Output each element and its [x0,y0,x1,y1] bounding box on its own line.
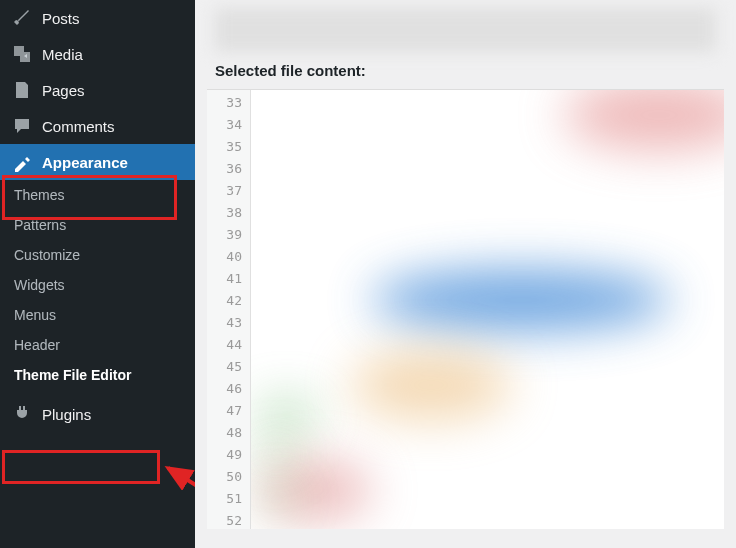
sidebar-item-label: Posts [42,10,80,27]
pages-icon [12,80,32,100]
sidebar-item-label: Comments [42,118,115,135]
selected-file-label: Selected file content: [215,62,716,79]
line-number: 48 [207,422,242,444]
submenu-item-customize[interactable]: Customize [0,240,195,270]
line-number: 47 [207,400,242,422]
blurred-heading [215,8,716,52]
sidebar-item-label: Appearance [42,154,128,171]
sidebar-item-pages[interactable]: Pages [0,72,195,108]
line-number: 42 [207,290,242,312]
line-number: 43 [207,312,242,334]
line-number: 35 [207,136,242,158]
submenu-item-header[interactable]: Header [0,330,195,360]
line-number: 38 [207,202,242,224]
line-number: 44 [207,334,242,356]
sidebar-item-posts[interactable]: Posts [0,0,195,36]
appearance-icon [12,152,32,172]
line-number: 39 [207,224,242,246]
content-area: Selected file content: 33343536373839404… [195,0,736,548]
line-number: 40 [207,246,242,268]
line-number: 46 [207,378,242,400]
sidebar-item-label: Media [42,46,83,63]
line-number: 50 [207,466,242,488]
plugins-icon [12,404,32,424]
sidebar-item-plugins[interactable]: Plugins [0,396,195,432]
admin-sidebar: Posts Media Pages Comments Appearance Th… [0,0,195,548]
sidebar-item-label: Pages [42,82,85,99]
line-number: 49 [207,444,242,466]
media-icon [12,44,32,64]
line-number: 36 [207,158,242,180]
line-number: 52 [207,510,242,532]
code-editor[interactable]: 3334353637383940414243444546474849505152 [207,89,724,529]
sidebar-item-appearance[interactable]: Appearance [0,144,195,180]
code-content-blurred[interactable] [251,90,724,529]
sidebar-item-media[interactable]: Media [0,36,195,72]
line-number-gutter: 3334353637383940414243444546474849505152 [207,90,251,529]
submenu-item-patterns[interactable]: Patterns [0,210,195,240]
line-number: 41 [207,268,242,290]
line-number: 37 [207,180,242,202]
submenu-item-themes[interactable]: Themes [0,180,195,210]
comments-icon [12,116,32,136]
sidebar-item-comments[interactable]: Comments [0,108,195,144]
line-number: 34 [207,114,242,136]
pushpin-icon [12,8,32,28]
sidebar-item-label: Plugins [42,406,91,423]
submenu-item-widgets[interactable]: Widgets [0,270,195,300]
submenu-item-theme-file-editor[interactable]: Theme File Editor [0,360,195,390]
line-number: 33 [207,92,242,114]
submenu-item-menus[interactable]: Menus [0,300,195,330]
line-number: 45 [207,356,242,378]
line-number: 51 [207,488,242,510]
